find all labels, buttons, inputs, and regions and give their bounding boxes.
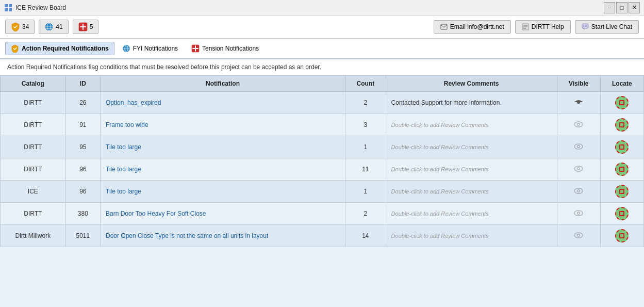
cell-locate[interactable] — [600, 158, 643, 181]
svg-point-37 — [578, 146, 580, 147]
eye-icon[interactable] — [573, 119, 584, 130]
help-button[interactable]: DIRTT Help — [515, 20, 571, 34]
cell-locate[interactable] — [600, 181, 643, 203]
locate-button[interactable] — [615, 163, 629, 176]
eye-icon[interactable] — [573, 141, 584, 152]
review-placeholder[interactable]: Double-click to add Review Comments — [391, 122, 489, 128]
svg-rect-13 — [441, 24, 447, 29]
svg-rect-0 — [5, 4, 8, 7]
cell-review-comments[interactable]: Double-click to add Review Comments — [386, 136, 557, 158]
cell-id: 95 — [65, 136, 100, 158]
eye-icon[interactable] — [573, 230, 584, 241]
eye-icon[interactable] — [573, 207, 584, 219]
notification-link[interactable]: Barn Door Too Heavy For Soft Close — [106, 210, 206, 217]
cell-review-comments[interactable]: Contacted Support for more information. — [386, 92, 557, 114]
maximize-button[interactable]: □ — [616, 2, 628, 13]
cell-locate[interactable] — [600, 114, 643, 136]
cell-id: 380 — [65, 203, 100, 225]
live-chat-button[interactable]: Start Live Chat — [575, 20, 639, 34]
cell-visible[interactable] — [557, 203, 600, 225]
cell-review-comments[interactable]: Double-click to add Review Comments — [386, 203, 557, 225]
cell-catalog: DIRTT — [1, 158, 66, 181]
notification-link[interactable]: Door Open Close Type is not the same on … — [106, 232, 268, 239]
svg-rect-2 — [5, 8, 8, 11]
review-placeholder[interactable]: Double-click to add Review Comments — [391, 211, 489, 217]
cell-visible[interactable] — [557, 92, 600, 114]
cell-review-comments[interactable]: Double-click to add Review Comments — [386, 181, 557, 203]
review-placeholder[interactable]: Double-click to add Review Comments — [391, 166, 489, 172]
svg-rect-1 — [9, 4, 12, 7]
locate-button[interactable] — [615, 140, 629, 154]
notification-link[interactable]: Option_has_expired — [106, 99, 161, 106]
locate-button-inner — [619, 233, 624, 238]
locate-button-inner — [619, 144, 624, 150]
table-header-row: Catalog ID Notification Count Review Com… — [1, 76, 644, 92]
notification-link[interactable]: Tile too large — [106, 143, 141, 151]
description-text: Action Required Notifications flag condi… — [0, 59, 644, 75]
cell-locate[interactable] — [600, 225, 643, 247]
svg-marker-19 — [583, 28, 585, 29]
tabs-bar: Action Required Notifications FYI Notifi… — [0, 39, 644, 59]
table-row: DIRTT380Barn Door Too Heavy For Soft Clo… — [1, 203, 644, 225]
tab-action-required-label: Action Required Notifications — [22, 45, 109, 52]
cell-catalog: DIRTT — [1, 92, 66, 114]
toolbar-counters: 34 41 5 — [5, 20, 98, 34]
tab-fyi[interactable]: FYI Notifications — [117, 42, 184, 55]
cell-locate[interactable] — [600, 92, 643, 114]
globe-counter-button[interactable]: 41 — [39, 20, 68, 34]
svg-point-49 — [578, 234, 580, 236]
notification-link[interactable]: Tile too large — [106, 188, 141, 195]
cell-notification: Barn Door Too Heavy For Soft Close — [101, 203, 345, 225]
cell-review-comments[interactable]: Double-click to add Review Comments — [386, 225, 557, 247]
title-bar: ICE Review Board − □ ✕ — [0, 0, 644, 15]
cell-notification: Option_has_expired — [101, 92, 345, 114]
col-header-review: Review Comments — [386, 76, 557, 92]
review-placeholder[interactable]: Double-click to add Review Comments — [391, 233, 489, 239]
locate-button[interactable] — [615, 229, 629, 243]
tab-tension-icon — [191, 44, 200, 53]
tab-tension[interactable]: Tension Notifications — [186, 42, 265, 55]
tension-counter-button[interactable]: 5 — [73, 20, 99, 34]
cell-notification: Door Open Close Type is not the same on … — [101, 225, 345, 247]
title-bar-left: ICE Review Board — [4, 4, 66, 12]
cell-count: 14 — [345, 225, 386, 247]
minimize-button[interactable]: − — [604, 2, 615, 13]
cell-visible[interactable] — [557, 181, 600, 203]
locate-button[interactable] — [615, 96, 629, 109]
review-placeholder[interactable]: Double-click to add Review Comments — [391, 188, 489, 195]
tension-icon — [78, 22, 88, 31]
eye-icon[interactable] — [573, 185, 584, 197]
cell-count: 1 — [345, 181, 386, 203]
close-button[interactable]: ✕ — [629, 2, 640, 13]
cell-visible[interactable] — [557, 225, 600, 247]
eye-icon[interactable] — [573, 163, 584, 174]
locate-button-inner — [619, 100, 624, 105]
locate-button[interactable] — [615, 118, 629, 132]
cell-id: 5011 — [65, 225, 100, 247]
review-placeholder[interactable]: Double-click to add Review Comments — [391, 144, 489, 150]
cell-visible[interactable] — [557, 158, 600, 181]
shield-icon — [11, 22, 20, 31]
table-row: Dirtt Millwork5011Door Open Close Type i… — [1, 225, 644, 247]
email-button[interactable]: Email info@dirtt.net — [434, 20, 511, 34]
table-row: ICE96Tile too large1Double-click to add … — [1, 181, 644, 203]
eye-icon[interactable] — [573, 96, 584, 108]
tab-action-required[interactable]: Action Required Notifications — [5, 42, 114, 55]
cell-locate[interactable] — [600, 203, 643, 225]
help-icon — [522, 23, 529, 30]
notification-link[interactable]: Frame too wide — [106, 121, 148, 128]
shield-counter-button[interactable]: 34 — [5, 20, 35, 34]
cell-locate[interactable] — [600, 136, 643, 158]
notification-link[interactable]: Tile too large — [106, 166, 141, 173]
cell-id: 26 — [65, 92, 100, 114]
cell-review-comments[interactable]: Double-click to add Review Comments — [386, 114, 557, 136]
svg-point-40 — [578, 168, 580, 169]
cell-review-comments[interactable]: Double-click to add Review Comments — [386, 158, 557, 181]
cell-visible[interactable] — [557, 114, 600, 136]
locate-button[interactable] — [615, 185, 629, 198]
cell-visible[interactable] — [557, 136, 600, 158]
locate-button[interactable] — [615, 207, 629, 220]
cell-count: 3 — [345, 114, 386, 136]
toolbar-actions: Email info@dirtt.net DIRTT Help — [434, 20, 639, 34]
chat-icon — [582, 23, 589, 30]
